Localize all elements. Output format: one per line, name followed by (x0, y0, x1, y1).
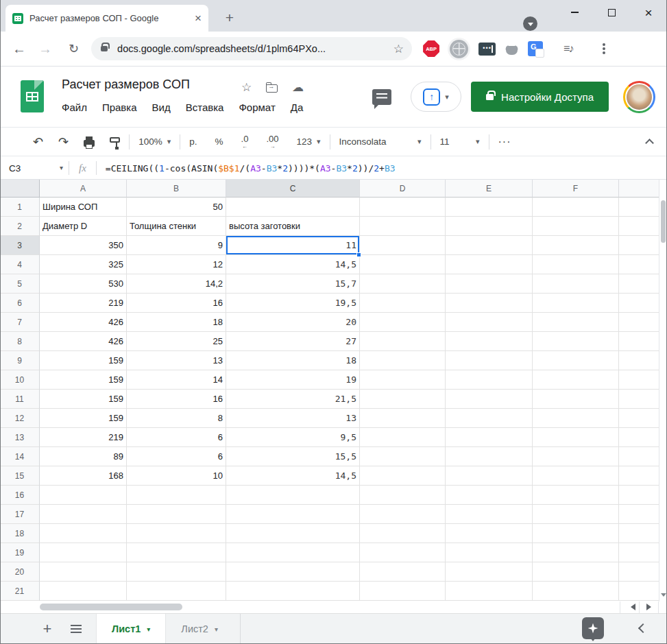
cell-G9[interactable] (619, 351, 659, 370)
cell-F3[interactable] (533, 236, 619, 255)
cell-C9[interactable]: 18 (226, 351, 360, 370)
vertical-scrollbar[interactable] (659, 180, 667, 601)
google-translate-icon[interactable]: G (528, 41, 543, 56)
cell-B17[interactable] (127, 505, 226, 524)
row-header-8[interactable]: 8 (0, 332, 40, 351)
menu-Формат[interactable]: Формат (231, 100, 282, 115)
cell-F4[interactable] (533, 255, 619, 274)
cell-B16[interactable] (127, 486, 226, 505)
cell-B9[interactable]: 13 (127, 351, 226, 370)
url-text[interactable]: docs.google.com/spreadsheets/d/1plm64PXo… (117, 43, 388, 54)
cell-D14[interactable] (360, 447, 446, 466)
browser-tab[interactable]: Расчет размеров СОП - Google × (5, 5, 208, 32)
cell-C7[interactable]: 20 (226, 313, 360, 332)
cell-B20[interactable] (127, 562, 226, 582)
cell-D1[interactable] (360, 198, 446, 217)
cell-E15[interactable] (446, 466, 533, 486)
horizontal-scrollbar[interactable] (0, 601, 667, 613)
cell-F7[interactable] (533, 313, 619, 332)
cell-F1[interactable] (533, 198, 619, 217)
currency-format-button[interactable]: р. (189, 136, 197, 147)
password-vault-icon[interactable]: ••• (478, 43, 496, 56)
cell-F16[interactable] (533, 486, 619, 505)
cell-G15[interactable] (619, 466, 659, 486)
cell-G12[interactable] (619, 409, 659, 428)
cell-A11[interactable]: 159 (40, 390, 127, 409)
cell-E6[interactable] (446, 294, 533, 313)
menu-Вставка[interactable]: Вставка (178, 100, 232, 115)
cell-G10[interactable] (619, 370, 659, 390)
cell-A9[interactable]: 159 (40, 351, 127, 370)
cell-A2[interactable]: Диаметр D (40, 217, 127, 236)
cell-A18[interactable] (40, 524, 127, 543)
scroll-right-arrow-icon[interactable] (646, 604, 655, 610)
column-header-A[interactable]: A (40, 180, 127, 198)
cell-A10[interactable]: 159 (40, 370, 127, 390)
cell-C16[interactable] (226, 486, 360, 505)
row-header-3[interactable]: 3 (0, 236, 40, 255)
cell-E21[interactable] (446, 582, 533, 601)
add-sheet-button[interactable]: + (37, 614, 58, 644)
cell-C17[interactable] (226, 505, 360, 524)
cell-D9[interactable] (360, 351, 446, 370)
row-header-17[interactable]: 17 (0, 505, 40, 524)
cell-D19[interactable] (360, 543, 446, 562)
more-toolbar-button[interactable]: ··· (498, 136, 511, 148)
cell-B8[interactable]: 25 (127, 332, 226, 351)
row-header-5[interactable]: 5 (0, 274, 40, 294)
address-bar[interactable]: docs.google.com/spreadsheets/d/1plm64PXo… (91, 37, 412, 60)
cell-E8[interactable] (446, 332, 533, 351)
cell-A7[interactable]: 426 (40, 313, 127, 332)
cell-G7[interactable] (619, 313, 659, 332)
cell-F21[interactable] (533, 582, 619, 601)
cell-C12[interactable]: 13 (226, 409, 360, 428)
row-header-21[interactable]: 21 (0, 582, 40, 601)
paint-format-icon[interactable] (110, 137, 120, 143)
cell-F13[interactable] (533, 428, 619, 447)
row-header-15[interactable]: 15 (0, 466, 40, 486)
cell-B13[interactable]: 6 (127, 428, 226, 447)
cell-C21[interactable] (226, 582, 360, 601)
cell-G21[interactable] (619, 582, 659, 601)
cell-G13[interactable] (619, 428, 659, 447)
bookmark-star-icon[interactable]: ☆ (393, 42, 404, 56)
cell-G18[interactable] (619, 524, 659, 543)
cell-G3[interactable] (619, 236, 659, 255)
cell-G19[interactable] (619, 543, 659, 562)
cell-B2[interactable]: Толщина стенки (127, 217, 226, 236)
cell-A16[interactable] (40, 486, 127, 505)
star-document-icon[interactable]: ☆ (241, 80, 252, 95)
cell-C20[interactable] (226, 562, 360, 582)
cell-B21[interactable] (127, 582, 226, 601)
cell-E4[interactable] (446, 255, 533, 274)
cell-B5[interactable]: 14,2 (127, 274, 226, 294)
select-all-corner[interactable] (0, 180, 40, 198)
cell-F15[interactable] (533, 466, 619, 486)
comments-button[interactable] (372, 89, 391, 105)
cell-A4[interactable]: 325 (40, 255, 127, 274)
menu-Вид[interactable]: Вид (145, 100, 178, 115)
cell-B7[interactable]: 18 (127, 313, 226, 332)
cell-G1[interactable] (619, 198, 659, 217)
cell-B4[interactable]: 12 (127, 255, 226, 274)
cell-F19[interactable] (533, 543, 619, 562)
cell-F6[interactable] (533, 294, 619, 313)
cell-E11[interactable] (446, 390, 533, 409)
cell-E19[interactable] (446, 543, 533, 562)
redo-icon[interactable]: ↷ (58, 136, 69, 148)
cell-A21[interactable] (40, 582, 127, 601)
cell-E18[interactable] (446, 524, 533, 543)
row-header-10[interactable]: 10 (0, 370, 40, 390)
cell-D15[interactable] (360, 466, 446, 486)
cell-A12[interactable]: 159 (40, 409, 127, 428)
name-box[interactable]: C3 ▾ (0, 163, 69, 174)
cell-G17[interactable] (619, 505, 659, 524)
cell-G11[interactable] (619, 390, 659, 409)
cell-F20[interactable] (533, 562, 619, 582)
cell-A20[interactable] (40, 562, 127, 582)
cell-D5[interactable] (360, 274, 446, 294)
cell-E20[interactable] (446, 562, 533, 582)
formula-input[interactable]: =CEILING((1-cos(ASIN($B$1/(A3-B3*2))))*(… (106, 163, 396, 174)
row-header-9[interactable]: 9 (0, 351, 40, 370)
cell-B1[interactable]: 50 (127, 198, 226, 217)
